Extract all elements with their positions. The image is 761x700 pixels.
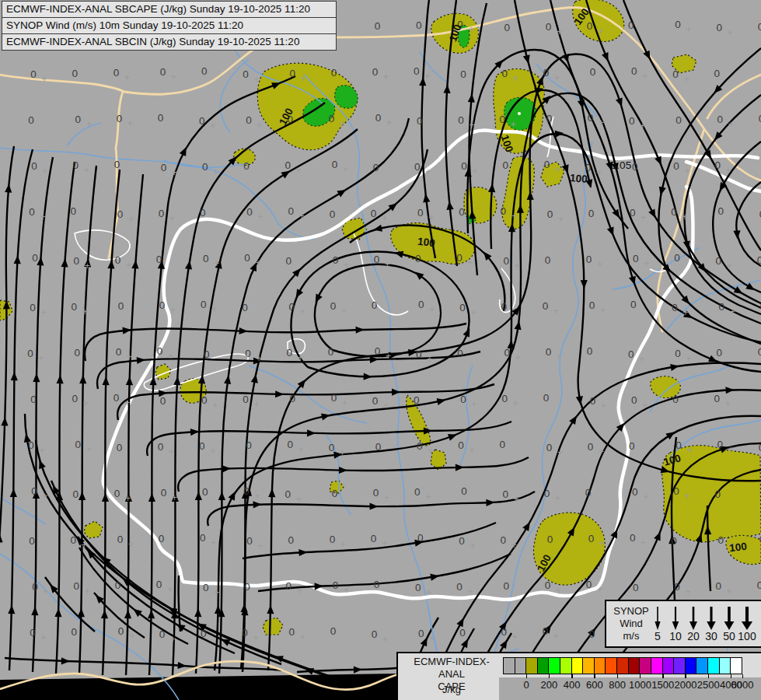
sbcin-zero-label: 0 <box>629 115 635 127</box>
graticule-cross: + <box>344 260 349 271</box>
graticule-cross: + <box>128 539 134 550</box>
graticule-cross: + <box>214 258 219 269</box>
sbcin-zero-label: 0 <box>671 206 677 218</box>
sbcin-zero-label: 0 <box>328 346 334 358</box>
sbcin-zero-label: 0 <box>199 440 205 452</box>
sbcin-zero-label: 0 <box>460 68 466 80</box>
sbcin-zero-label: 0 <box>672 68 679 80</box>
sbcin-zero-label: 0 <box>544 488 550 499</box>
graticule-cross: + <box>127 118 133 129</box>
cape-scale-tick <box>708 674 710 678</box>
sbcin-zero-label: 0 <box>502 159 508 171</box>
sbcin-zero-label: 0 <box>160 66 166 78</box>
graticule-cross: + <box>212 400 218 411</box>
graticule-cross: + <box>170 634 176 645</box>
sbcin-zero-label: 0 <box>159 533 165 544</box>
sbcin-zero-label: 0 <box>373 487 379 499</box>
cape-contour-value: 100 <box>570 172 588 185</box>
sbcin-zero-label: 0 <box>418 299 424 310</box>
sbcin-zero-label: 0 <box>115 579 121 591</box>
graticule-cross: + <box>467 586 473 597</box>
graticule-cross: + <box>340 539 346 550</box>
graticule-cross: + <box>210 446 215 457</box>
graticule-cross: + <box>641 212 646 223</box>
sbcin-zero-label: 0 <box>287 439 293 450</box>
graticule-cross: + <box>553 631 559 642</box>
sbcin-zero-label: 0 <box>546 21 552 33</box>
graticule-cross: + <box>641 537 646 548</box>
sbcin-zero-label: 0 <box>759 442 761 453</box>
graticule-cross: + <box>639 354 644 365</box>
graticule-cross: + <box>171 72 176 82</box>
sbcin-zero-label: 0 <box>543 392 550 404</box>
graticule-cross: + <box>301 73 306 84</box>
sbcin-zero-label: 0 <box>73 580 79 592</box>
sbcin-zero-label: 0 <box>29 206 35 218</box>
sbcin-zero-label: 0 <box>71 626 77 638</box>
sbcin-zero-label: 0 <box>715 580 721 592</box>
sbcin-zero-label: 0 <box>585 162 592 173</box>
graticule-cross: + <box>167 584 173 595</box>
graticule-cross: + <box>472 166 477 177</box>
sbcin-zero-label: 0 <box>330 625 337 637</box>
graticule-cross: + <box>213 166 218 177</box>
sbcin-zero-label: 0 <box>330 534 336 545</box>
sbcin-zero-label: 0 <box>201 299 207 310</box>
sbcin-zero-label: 0 <box>375 441 382 453</box>
sbcin-zero-label: 0 <box>416 19 422 31</box>
sbcin-zero-label: 0 <box>673 160 679 172</box>
sbcin-zero-label: 0 <box>715 255 721 267</box>
sbcin-zero-label: 0 <box>31 485 37 497</box>
sbcin-zero-label: 0 <box>757 579 761 591</box>
cape-scale-tick <box>549 674 550 678</box>
sbcin-zero-label: 0 <box>717 439 723 450</box>
sbcin-zero-label: 0 <box>115 254 121 266</box>
graticule-cross: + <box>383 72 389 82</box>
sbcin-zero-label: 0 <box>201 65 208 77</box>
graticule-cross: + <box>684 491 689 502</box>
graticule-cross: + <box>40 212 45 222</box>
cape-scale-tick <box>640 674 641 678</box>
graticule-cross: + <box>39 445 44 456</box>
cape-color-cell <box>594 657 606 674</box>
sbcin-zero-label: 0 <box>243 160 250 172</box>
sbcin-zero-label: 0 <box>285 159 291 171</box>
sbcin-zero-label: 0 <box>161 162 167 173</box>
sbcin-zero-label: 0 <box>628 19 634 31</box>
graticule-cross: + <box>425 492 431 502</box>
cape-color-cell <box>616 657 629 674</box>
wind-speed-label: 30 <box>705 630 717 642</box>
sbcin-zero-label: 0 <box>546 346 552 358</box>
sbcin-zero-label: 0 <box>671 535 677 547</box>
graticule-cross: + <box>83 398 89 409</box>
sbcin-zero-label: 0 <box>588 112 594 124</box>
graticule-cross: + <box>85 261 90 271</box>
sbcin-zero-label: 0 <box>501 393 508 404</box>
sbcin-zero-label: 0 <box>70 534 76 546</box>
sbcin-zero-label: 0 <box>459 302 466 313</box>
graticule-cross: + <box>382 634 388 645</box>
graticule-cross: + <box>170 305 176 316</box>
graticule-cross: + <box>514 494 519 505</box>
sbcin-zero-label: 0 <box>546 442 553 453</box>
graticule-cross: + <box>40 632 46 643</box>
sbcin-zero-label: 0 <box>72 159 79 171</box>
cape-color-cell <box>707 657 720 674</box>
graticule-cross: + <box>299 211 305 222</box>
sbcin-zero-label: 0 <box>461 485 467 497</box>
sbcin-zero-label: 0 <box>199 115 205 127</box>
sbcin-zero-label: 0 <box>633 253 639 264</box>
graticule-cross: + <box>340 447 345 458</box>
graticule-cross: + <box>596 167 602 178</box>
cape-legend-line-1: ECMWF-INDEX-ANAL <box>401 656 502 681</box>
cape-contour-value: 100 <box>417 236 435 249</box>
sbcin-zero-label: 0 <box>631 394 637 406</box>
sbcin-zero-label: 0 <box>501 301 507 313</box>
graticule-cross: + <box>512 632 518 642</box>
cape-color-cell <box>628 657 641 674</box>
sbcin-zero-label: 0 <box>159 208 165 219</box>
graticule-cross: + <box>255 257 260 268</box>
sbcin-zero-label: 0 <box>587 345 593 357</box>
sbcin-zero-label: 0 <box>461 160 467 172</box>
sbcin-zero-label: 0 <box>246 439 252 451</box>
